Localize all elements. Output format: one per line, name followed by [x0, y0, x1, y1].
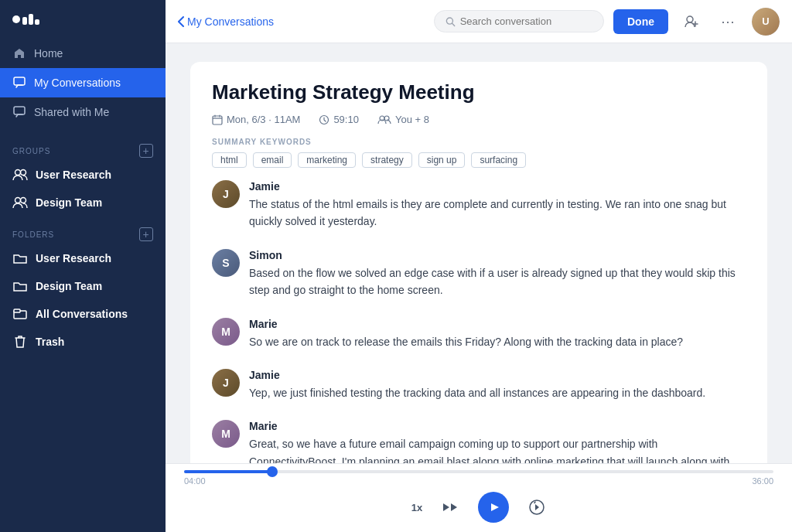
time-labels: 04:00 36:00 — [184, 476, 773, 486]
done-button[interactable]: Done — [613, 9, 668, 34]
folders-section-header: FOLDERS + — [0, 217, 166, 244]
add-participant-button[interactable] — [678, 8, 705, 36]
logo-mark — [12, 14, 39, 25]
play-icon — [486, 500, 500, 514]
chevron-left-icon — [178, 16, 184, 27]
message-text: Great, so we have a future email campaig… — [249, 435, 746, 463]
meeting-meta: Mon, 6/3 · 11AM 59:10 — [212, 114, 746, 125]
play-button[interactable] — [478, 492, 509, 523]
avatar-image: U — [752, 8, 780, 36]
forward-icon — [527, 498, 546, 517]
message-speaker: Marie — [249, 318, 683, 330]
forward-button[interactable] — [527, 498, 546, 517]
folder-trash-label: Trash — [36, 336, 64, 348]
rewind-button[interactable] — [441, 498, 459, 517]
svg-point-4 — [15, 198, 21, 203]
content-area: Marketing Strategy Meeting Mon, 6/3 · 11… — [166, 43, 792, 463]
svg-rect-1 — [14, 107, 25, 114]
groups-section-header: GROUPS + — [0, 133, 166, 161]
groups-list: User Research Design Team — [0, 161, 166, 217]
folder-icon-design-team — [12, 278, 28, 294]
message-content: Marie So we are on track to release the … — [249, 318, 683, 350]
user-avatar[interactable]: U — [752, 8, 780, 36]
sidebar: Home My Conversations Shared with Me GRO… — [0, 0, 166, 532]
meeting-title: Marketing Strategy Meeting — [212, 80, 746, 104]
group-design-team-label: Design Team — [36, 196, 102, 209]
svg-rect-0 — [14, 77, 25, 85]
message-avatar: M — [212, 318, 240, 346]
folder-user-research-label: User Research — [36, 252, 111, 264]
folder-item-user-research[interactable]: User Research — [0, 244, 166, 272]
message-content: Jamie The status of the html emails is t… — [249, 180, 746, 230]
player-bar: 04:00 36:00 1x — [166, 463, 792, 532]
sidebar-item-home[interactable]: Home — [0, 39, 166, 68]
sidebar-item-home-label: Home — [34, 47, 63, 60]
message-avatar: J — [212, 180, 240, 208]
keyword-tag[interactable]: strategy — [362, 152, 412, 168]
sidebar-item-shared-with-me[interactable]: Shared with Me — [0, 97, 166, 127]
message-text: The status of the html emails is they ar… — [249, 196, 746, 230]
message: S Simon Based on the flow we solved an e… — [212, 249, 746, 299]
add-folder-button[interactable]: + — [139, 227, 153, 241]
folder-item-trash[interactable]: Trash — [0, 328, 166, 356]
keyword-tag[interactable]: email — [253, 152, 292, 168]
keywords-label: SUMMARY KEYWORDS — [212, 138, 746, 146]
progress-fill — [184, 470, 272, 473]
logo — [0, 0, 166, 39]
shared-icon — [12, 105, 26, 119]
progress-track[interactable] — [184, 470, 773, 473]
main-panel: My Conversations Done ⋯ U Marketing St — [166, 0, 792, 532]
sidebar-item-my-conversations[interactable]: My Conversations — [0, 68, 166, 97]
home-icon — [12, 46, 26, 60]
player-controls: 1x — [184, 489, 773, 526]
keyword-tag[interactable]: surfacing — [471, 152, 526, 168]
add-person-icon — [684, 14, 699, 29]
message-speaker: Jamie — [249, 369, 705, 381]
folder-design-team-label: Design Team — [36, 280, 102, 292]
add-group-button[interactable]: + — [139, 144, 153, 158]
meta-participants: You + 8 — [377, 114, 429, 125]
keywords-list: htmlemailmarketingstrategysign upsurfaci… — [212, 152, 746, 168]
search-input[interactable] — [460, 15, 592, 27]
message-text: Yep, we just finished testing the tracki… — [249, 384, 705, 401]
svg-rect-10 — [213, 116, 222, 124]
conversation: J Jamie The status of the html emails is… — [212, 180, 746, 463]
message-avatar: S — [212, 249, 240, 277]
message-text: So we are on track to release the emails… — [249, 333, 683, 350]
search-box[interactable] — [434, 10, 604, 32]
logo-bar-1 — [22, 17, 27, 25]
logo-circle — [12, 15, 20, 23]
svg-point-9 — [687, 16, 693, 22]
top-navigation: My Conversations Done ⋯ U — [166, 0, 792, 43]
progress-thumb[interactable] — [267, 466, 278, 477]
message-content: Simon Based on the flow we solved an edg… — [249, 249, 746, 299]
keyword-tag[interactable]: marketing — [298, 152, 356, 168]
meta-date: Mon, 6/3 · 11AM — [212, 114, 300, 125]
message: M Marie So we are on track to release th… — [212, 318, 746, 350]
message-content: Jamie Yep, we just finished testing the … — [249, 369, 705, 401]
folder-item-design-team[interactable]: Design Team — [0, 272, 166, 300]
group-icon — [12, 167, 28, 182]
folder-item-all-conversations[interactable]: All Conversations — [0, 300, 166, 328]
svg-point-2 — [15, 170, 21, 176]
conversations-icon — [12, 76, 26, 90]
calendar-icon — [212, 114, 223, 125]
participants-icon — [377, 115, 391, 124]
keyword-tag[interactable]: sign up — [418, 152, 466, 168]
logo-bar-3 — [35, 19, 39, 25]
group-item-design-team[interactable]: Design Team — [0, 189, 166, 217]
meeting-card: Marketing Strategy Meeting Mon, 6/3 · 11… — [190, 62, 767, 463]
keyword-tag[interactable]: html — [212, 152, 247, 168]
meeting-date: Mon, 6/3 · 11AM — [227, 114, 300, 125]
message-speaker: Simon — [249, 249, 746, 261]
search-icon — [446, 16, 456, 27]
more-options-button[interactable]: ⋯ — [715, 8, 742, 36]
current-time: 04:00 — [184, 476, 206, 486]
message-content: Marie Great, so we have a future email c… — [249, 420, 746, 463]
trash-icon — [12, 334, 28, 350]
back-button[interactable]: My Conversations — [178, 15, 274, 28]
speed-button[interactable]: 1x — [411, 502, 422, 513]
folders-label: FOLDERS — [12, 230, 54, 239]
message: J Jamie Yep, we just finished testing th… — [212, 369, 746, 401]
group-item-user-research[interactable]: User Research — [0, 161, 166, 189]
